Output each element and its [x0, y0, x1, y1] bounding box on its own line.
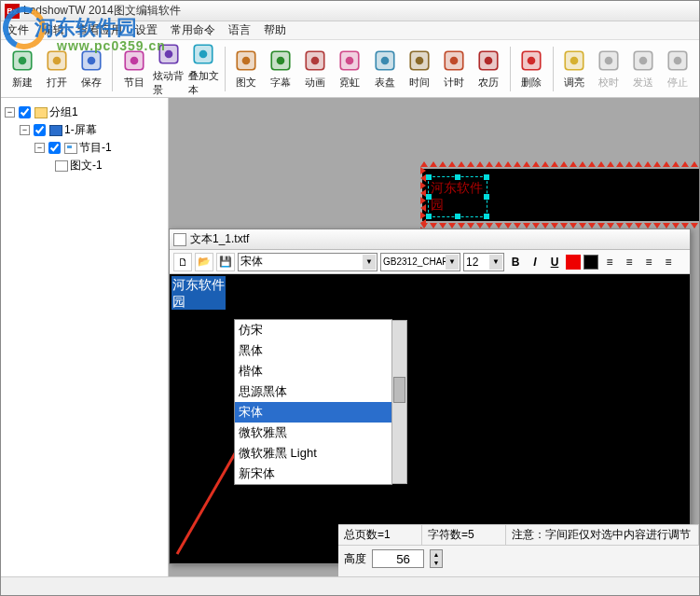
- screen-check[interactable]: [34, 124, 46, 136]
- toolbar-新建[interactable]: 新建: [7, 48, 37, 90]
- font-option[interactable]: 微软雅黑: [235, 423, 391, 443]
- toolbar-炫动背景[interactable]: 炫动背景: [153, 41, 184, 97]
- status-bar: 总页数=1 字符数=5 注意：字间距仅对选中内容进行调节: [338, 525, 699, 546]
- tree-program[interactable]: − 节目-1: [5, 139, 164, 157]
- toolbar-调亮[interactable]: 调亮: [558, 48, 589, 90]
- font-option[interactable]: 新宋体: [235, 464, 391, 484]
- height-label: 高度: [344, 551, 366, 567]
- menu-bar: 文件 编辑 查看应用 设置 常用命令 语言 帮助: [1, 21, 699, 40]
- align-justify-button[interactable]: ≡: [660, 254, 677, 270]
- tree-screen[interactable]: − 1-屏幕: [5, 121, 164, 139]
- toolbar-计时[interactable]: 计时: [438, 48, 469, 90]
- tree-item[interactable]: 图文-1: [5, 157, 164, 174]
- toolbar-表盘[interactable]: 表盘: [369, 48, 400, 90]
- font-combo[interactable]: 宋体 ▼: [238, 253, 377, 271]
- svg-point-7: [130, 57, 138, 65]
- toolbar-动画[interactable]: 动画: [300, 48, 331, 90]
- toolbar-时间[interactable]: 时间: [404, 48, 434, 90]
- screen-icon: [49, 125, 62, 136]
- led-preview[interactable]: 河东软件园: [422, 169, 699, 221]
- text-edit-area[interactable]: 河东软件园 仿宋黑体楷体思源黑体宋体微软雅黑微软雅黑 Light新宋体: [170, 274, 690, 563]
- menu-view[interactable]: 查看应用: [77, 22, 122, 38]
- text-window-titlebar[interactable]: 文本1_1.txtf: [170, 229, 690, 250]
- toolbar-删除[interactable]: 删除: [515, 48, 546, 90]
- svg-point-17: [311, 57, 320, 65]
- svg-point-5: [87, 57, 95, 65]
- svg-point-13: [242, 57, 251, 65]
- font-option[interactable]: 仿宋: [235, 320, 391, 340]
- toolbar-农历[interactable]: 农历: [473, 48, 503, 90]
- italic-button[interactable]: I: [527, 254, 543, 270]
- svg-point-29: [528, 57, 536, 65]
- title-bar: Bx LedshowTW 2014图文编辑软件: [1, 1, 699, 21]
- font-option[interactable]: 宋体: [235, 402, 391, 423]
- svg-point-21: [380, 57, 389, 65]
- toolbar-图文[interactable]: 图文: [231, 48, 262, 90]
- toolbar-叠加文本[interactable]: 叠加文本: [188, 41, 219, 97]
- size-combo[interactable]: 12 ▼: [463, 253, 504, 271]
- svg-point-25: [449, 57, 458, 65]
- footer-bar: [1, 576, 699, 595]
- preview-text: 河东软件园: [429, 177, 487, 215]
- height-input[interactable]: [372, 549, 424, 568]
- preview-canvas: 河东软件园 文本1_1.txtf 🗋 📂 💾 宋体 ▼ GB2312_CHAR …: [169, 98, 699, 576]
- bottom-panel: 总页数=1 字符数=5 注意：字间距仅对选中内容进行调节 高度 ▲▼: [338, 524, 699, 576]
- selected-text: 河东软件园: [172, 276, 226, 310]
- file-icon: [173, 233, 186, 246]
- align-right-button[interactable]: ≡: [640, 254, 657, 270]
- svg-point-11: [199, 49, 208, 58]
- tree-panel: − 分组1 − 1-屏幕 − 节目-1 图文-1: [1, 98, 169, 576]
- imgtext-icon: [55, 160, 68, 172]
- charset-combo[interactable]: GB2312_CHAR ▼: [380, 253, 460, 271]
- dropdown-scrollbar[interactable]: [391, 320, 407, 484]
- bold-button[interactable]: B: [507, 254, 524, 270]
- svg-point-33: [605, 57, 613, 65]
- menu-help[interactable]: 帮助: [264, 22, 286, 38]
- main-toolbar: 新建打开保存节目炫动背景叠加文本图文字幕动画霓虹表盘时间计时农历删除调亮校时发送…: [1, 40, 699, 98]
- toolbar-节目[interactable]: 节目: [118, 48, 149, 90]
- toolbar-字幕[interactable]: 字幕: [266, 48, 296, 90]
- align-left-button[interactable]: ≡: [601, 254, 618, 270]
- status-pages: 总页数=1: [338, 525, 422, 545]
- program-check[interactable]: [48, 142, 61, 154]
- svg-point-3: [52, 57, 61, 65]
- align-center-button[interactable]: ≡: [621, 254, 638, 270]
- color-black[interactable]: [583, 255, 598, 270]
- svg-point-37: [674, 57, 682, 65]
- menu-settings[interactable]: 设置: [135, 22, 158, 38]
- group-check[interactable]: [19, 106, 31, 118]
- toolbar-打开[interactable]: 打开: [41, 48, 72, 90]
- svg-point-35: [639, 57, 648, 65]
- underline-button[interactable]: U: [546, 254, 563, 270]
- tree-group[interactable]: − 分组1: [5, 104, 164, 121]
- menu-language[interactable]: 语言: [228, 22, 251, 38]
- font-option[interactable]: 黑体: [235, 340, 391, 361]
- font-option[interactable]: 思源黑体: [235, 381, 391, 402]
- toolbar-校时: 校时: [594, 48, 625, 90]
- menu-file[interactable]: 文件: [7, 22, 29, 38]
- toolbar-霓虹[interactable]: 霓虹: [335, 48, 365, 90]
- selection-box[interactable]: 河东软件园: [428, 176, 487, 217]
- program-icon: [64, 143, 77, 154]
- app-title: LedshowTW 2014图文编辑软件: [23, 3, 181, 19]
- text-editor-window: 文本1_1.txtf 🗋 📂 💾 宋体 ▼ GB2312_CHAR ▼ 12 ▼: [169, 229, 691, 564]
- toolbar-保存[interactable]: 保存: [75, 48, 106, 90]
- save-file-button[interactable]: 💾: [216, 253, 235, 271]
- open-file-button[interactable]: 📂: [195, 253, 213, 271]
- chevron-down-icon[interactable]: ▼: [446, 255, 459, 270]
- menu-commands[interactable]: 常用命令: [171, 22, 215, 38]
- svg-point-1: [18, 57, 26, 65]
- svg-point-27: [485, 57, 493, 65]
- font-option[interactable]: 微软雅黑 Light: [235, 443, 391, 464]
- font-option[interactable]: 楷体: [235, 361, 391, 381]
- chevron-down-icon[interactable]: ▼: [489, 255, 502, 270]
- color-red[interactable]: [566, 255, 581, 270]
- status-chars: 字符数=5: [422, 525, 506, 545]
- svg-point-19: [346, 57, 354, 65]
- menu-edit[interactable]: 编辑: [42, 22, 64, 38]
- svg-point-15: [277, 57, 285, 65]
- chevron-down-icon[interactable]: ▼: [363, 255, 376, 270]
- new-file-button[interactable]: 🗋: [173, 253, 192, 271]
- font-dropdown[interactable]: 仿宋黑体楷体思源黑体宋体微软雅黑微软雅黑 Light新宋体: [234, 319, 392, 485]
- height-spinner[interactable]: ▲▼: [430, 549, 443, 568]
